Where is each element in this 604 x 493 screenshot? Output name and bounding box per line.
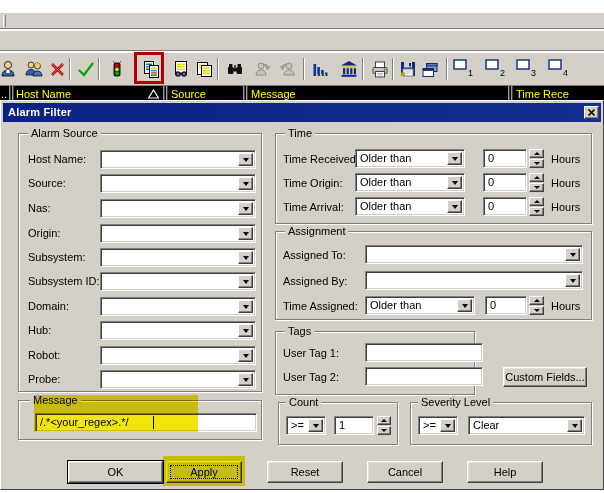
filter-icon[interactable]	[139, 57, 163, 81]
chevron-down-icon[interactable]	[447, 176, 462, 189]
chevron-down-icon[interactable]	[238, 324, 253, 337]
hub-combo[interactable]	[100, 321, 256, 340]
spin-up-icon[interactable]	[377, 416, 391, 425]
spin-down-icon[interactable]	[529, 183, 544, 192]
bank-icon[interactable]	[337, 57, 361, 81]
ok-button[interactable]: OK	[68, 461, 163, 483]
chevron-down-icon[interactable]	[457, 299, 472, 312]
robot-combo[interactable]	[100, 346, 256, 365]
chevron-down-icon[interactable]	[238, 300, 253, 313]
dialog-title-bar[interactable]: Alarm Filter	[3, 103, 601, 122]
user-icon[interactable]	[0, 57, 20, 81]
delete-x-icon[interactable]	[46, 57, 70, 81]
custom-fields-button[interactable]: Custom Fields...	[503, 367, 587, 387]
chevron-down-icon[interactable]	[565, 248, 580, 261]
spin-down-icon[interactable]	[529, 159, 544, 168]
count-spinner[interactable]	[377, 416, 391, 435]
user-tag-1-input[interactable]	[365, 343, 483, 362]
toolbar-grip[interactable]	[3, 15, 6, 27]
find-binoculars-icon[interactable]	[223, 57, 247, 81]
reports-icon[interactable]	[192, 57, 216, 81]
count-value-input[interactable]: 1	[334, 416, 374, 435]
chevron-down-icon[interactable]	[440, 419, 455, 432]
chevron-down-icon[interactable]	[567, 419, 582, 432]
column-time-received[interactable]: Time Rece	[516, 88, 569, 100]
chevron-down-icon[interactable]	[238, 275, 253, 288]
time-received-hours-input[interactable]: 0	[483, 149, 527, 168]
chevron-down-icon[interactable]	[238, 373, 253, 386]
chevron-down-icon[interactable]	[565, 274, 580, 287]
probe-combo[interactable]	[100, 370, 256, 389]
time-assigned-label: Time Assigned:	[283, 300, 358, 312]
chevron-down-icon[interactable]	[238, 177, 253, 190]
save-icon[interactable]	[396, 57, 420, 81]
chevron-down-icon[interactable]	[238, 251, 253, 264]
chevron-down-icon[interactable]	[308, 419, 323, 432]
spin-up-icon[interactable]	[529, 197, 544, 206]
users-icon[interactable]	[22, 57, 46, 81]
subsystem-combo[interactable]	[100, 248, 256, 267]
severity-value-combo[interactable]: Clear	[468, 416, 585, 435]
spin-down-icon[interactable]	[529, 207, 544, 216]
source-combo[interactable]	[100, 174, 256, 193]
chevron-down-icon[interactable]	[238, 153, 253, 166]
time-origin-operator-combo[interactable]: Older than	[355, 173, 465, 192]
column-source[interactable]: Source	[171, 88, 206, 100]
view-3-button[interactable]: 3	[516, 59, 542, 79]
traffic-light-icon[interactable]	[105, 57, 129, 81]
time-origin-spinner[interactable]	[529, 173, 544, 192]
spin-down-icon[interactable]	[377, 426, 391, 435]
user-redo-disabled-icon[interactable]	[250, 57, 274, 81]
subsystem-id-combo[interactable]	[100, 272, 256, 291]
spin-up-icon[interactable]	[529, 173, 544, 182]
column-flag[interactable]: ..	[1, 88, 7, 100]
chevron-down-icon[interactable]	[447, 152, 462, 165]
column-host-name[interactable]: Host Name	[16, 88, 71, 100]
report-find-icon[interactable]	[169, 57, 193, 81]
column-message[interactable]: Message	[251, 88, 296, 100]
accept-check-icon[interactable]	[74, 57, 98, 81]
view-2-button[interactable]: 2	[485, 59, 511, 79]
time-assigned-operator-combo[interactable]: Older than	[365, 296, 475, 315]
time-arrival-spinner[interactable]	[529, 197, 544, 216]
time-arrival-hours-input[interactable]: 0	[483, 197, 527, 216]
help-button[interactable]: Help	[467, 461, 543, 483]
apply-button[interactable]: Apply	[166, 461, 242, 483]
domain-combo[interactable]	[100, 297, 256, 316]
chevron-down-icon[interactable]	[447, 200, 462, 213]
chevron-down-icon[interactable]	[238, 349, 253, 362]
close-button[interactable]	[584, 106, 599, 119]
time-origin-hours-input[interactable]: 0	[483, 173, 527, 192]
bar-chart-icon[interactable]	[309, 57, 333, 81]
user-undo-disabled-icon[interactable]	[276, 57, 300, 81]
spin-down-icon[interactable]	[529, 306, 544, 315]
host-name-combo[interactable]	[100, 150, 256, 169]
user-tag-2-input[interactable]	[365, 367, 483, 386]
reset-button[interactable]: Reset	[267, 461, 343, 483]
chevron-down-icon[interactable]	[238, 202, 253, 215]
severity-operator-combo[interactable]: >=	[418, 416, 458, 435]
chevron-down-icon[interactable]	[238, 227, 253, 240]
traffic-light-icon	[107, 59, 127, 79]
spin-up-icon[interactable]	[529, 149, 544, 158]
severity-level-group-title: Severity Level	[418, 396, 493, 408]
cancel-button[interactable]: Cancel	[367, 461, 443, 483]
assigned-by-combo[interactable]	[365, 271, 583, 290]
user-icon	[0, 59, 18, 79]
print-icon[interactable]	[368, 57, 392, 81]
nas-combo[interactable]	[100, 199, 256, 218]
spin-up-icon[interactable]	[529, 296, 544, 305]
time-arrival-operator-combo[interactable]: Older than	[355, 197, 465, 216]
view-1-button[interactable]: 1	[453, 59, 479, 79]
time-received-operator-combo[interactable]: Older than	[355, 149, 465, 168]
cascade-windows-icon[interactable]	[418, 57, 442, 81]
view-4-button[interactable]: 4	[548, 59, 574, 79]
time-assigned-hours-input[interactable]: 0	[485, 296, 527, 315]
time-assigned-spinner[interactable]	[529, 296, 544, 315]
count-operator-combo[interactable]: >=	[286, 416, 326, 435]
assigned-to-combo[interactable]	[365, 245, 583, 264]
time-received-spinner[interactable]	[529, 149, 544, 168]
message-input[interactable]: /.*<your_regex>.*/	[35, 413, 257, 432]
time-received-label: Time Received:	[283, 153, 359, 165]
origin-combo[interactable]	[100, 224, 256, 243]
